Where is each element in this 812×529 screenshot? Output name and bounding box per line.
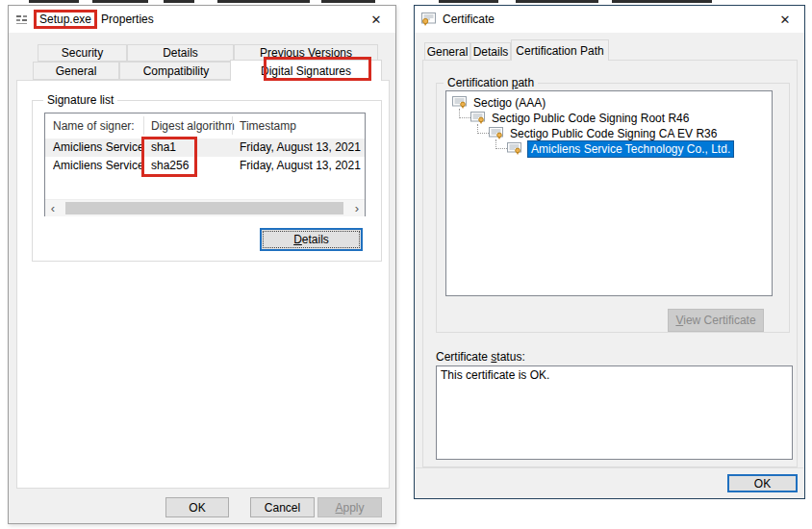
tab-security[interactable]: Security <box>38 44 127 62</box>
certificate-status-text: This certificate is OK. <box>441 368 549 382</box>
column-header-name[interactable]: Name of signer: <box>53 113 135 139</box>
footer-divider <box>416 467 803 468</box>
background-text-fragment <box>92 0 148 3</box>
certificate-icon <box>470 112 486 124</box>
background-text-fragment <box>439 0 498 3</box>
column-divider <box>143 116 144 135</box>
tree-item-leaf-selected[interactable]: Amicliens Service Technology Co., Ltd. <box>446 141 772 157</box>
signer-name: Amicliens Service... <box>53 139 143 157</box>
certificate-icon <box>452 96 468 109</box>
app-icon <box>15 13 28 26</box>
close-icon[interactable]: ✕ <box>362 9 391 30</box>
tab-digital-signatures[interactable]: Digital Signatures <box>230 60 382 81</box>
certification-path-label: Certification path <box>444 76 538 89</box>
background-text-fragment <box>217 0 310 3</box>
tree-item-intermediate-1[interactable]: Sectigo Public Code Signing Root R46 <box>446 111 772 126</box>
tree-item-root[interactable]: Sectigo (AAA) <box>446 95 772 111</box>
scroll-left-icon[interactable]: ‹ <box>45 200 61 216</box>
certificate-titlebar: Certificate ✕ <box>415 6 804 33</box>
scroll-right-icon[interactable]: › <box>349 200 365 216</box>
digest-algorithm: sha256 <box>151 157 232 175</box>
background-text-fragment <box>164 0 194 3</box>
tab-compatibility[interactable]: Compatibility <box>119 62 233 80</box>
certificate-status-box: This certificate is OK. <box>436 365 793 460</box>
certificate-icon <box>507 142 522 155</box>
background-text-fragment <box>29 0 79 3</box>
digest-algorithm: sha1 <box>151 139 232 157</box>
window-title: Setup.exeProperties <box>34 10 154 29</box>
close-icon[interactable]: ✕ <box>771 9 799 30</box>
background-text-fragment <box>612 0 712 3</box>
signature-list-view: Name of signer: Digest algorithm Timesta… <box>44 113 366 216</box>
window-title: Certificate <box>443 13 495 26</box>
certificate-icon <box>489 127 504 139</box>
properties-titlebar: Setup.exeProperties ✕ <box>9 6 395 33</box>
signature-list-label: Signature list <box>43 93 117 107</box>
column-header-timestamp[interactable]: Timestamp <box>240 113 296 139</box>
certificate-dialog: Certificate ✕ General Details Certificat… <box>414 5 805 499</box>
cancel-button[interactable]: Cancel <box>250 497 315 517</box>
timestamp: Friday, August 13, 2021 ... <box>240 139 363 157</box>
horizontal-scrollbar[interactable]: ‹ › <box>45 199 365 216</box>
ok-button[interactable]: OK <box>165 497 229 517</box>
tab-general[interactable]: General <box>33 62 119 80</box>
view-certificate-button[interactable]: View Certificate <box>668 309 764 332</box>
column-divider <box>232 116 233 135</box>
apply-button[interactable]: Apply <box>317 497 382 517</box>
tab-details[interactable]: Details <box>470 42 511 61</box>
background-text-fragment <box>516 0 598 3</box>
signature-row-sha1[interactable]: Amicliens Service... sha1 Friday, August… <box>45 139 365 157</box>
timestamp: Friday, August 13, 2021 ... <box>240 157 363 175</box>
properties-dialog: Setup.exeProperties ✕ Security Details P… <box>8 5 396 524</box>
tab-details[interactable]: Details <box>127 44 234 62</box>
signer-name: Amicliens Service... <box>53 157 143 175</box>
selected-tree-item: Amicliens Service Technology Co., Ltd. <box>528 141 733 157</box>
ok-button[interactable]: OK <box>727 474 798 492</box>
signature-row-sha256[interactable]: Amicliens Service... sha256 Friday, Augu… <box>45 157 365 175</box>
scrollbar-thumb[interactable] <box>65 202 343 214</box>
certificate-status-label: Certificate status: <box>436 350 525 364</box>
tab-general[interactable]: General <box>424 42 470 61</box>
certificate-icon <box>421 13 437 26</box>
annotation-box-filename: Setup.exe <box>34 10 97 29</box>
column-header-algorithm[interactable]: Digest algorithm <box>151 113 235 139</box>
tab-certification-path[interactable]: Certification Path <box>511 39 609 61</box>
details-button[interactable]: Details <box>260 228 363 251</box>
background-text-fragment <box>321 0 375 3</box>
certification-path-tree: Sectigo (AAA) Sectigo Public Code Signin… <box>445 90 773 296</box>
